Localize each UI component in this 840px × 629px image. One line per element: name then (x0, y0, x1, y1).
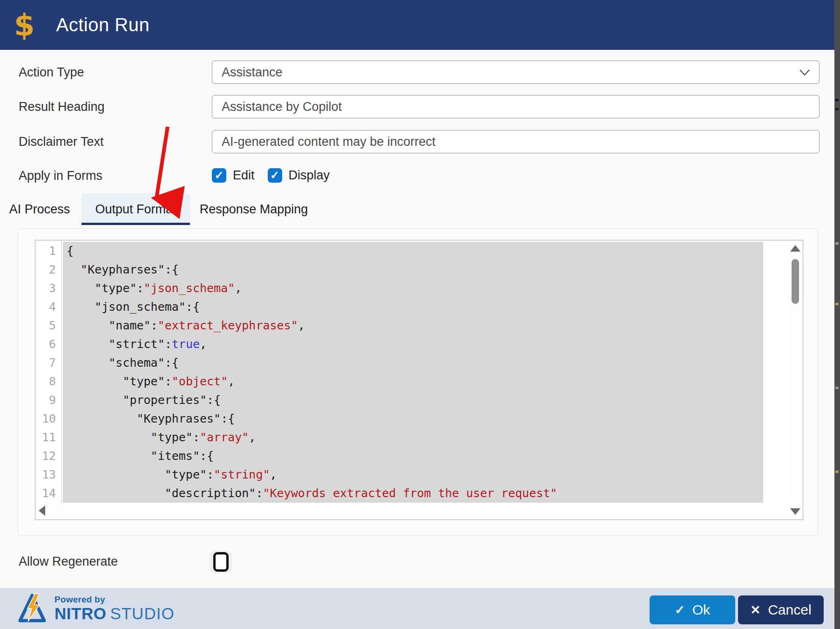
line-content: { (63, 242, 763, 260)
ok-button[interactable]: ✓ Ok (650, 595, 735, 624)
tab-ai-process[interactable]: AI Process (5, 193, 75, 225)
scroll-up-arrow[interactable] (790, 245, 800, 252)
brand-text: NITROSTUDIO (54, 605, 175, 622)
code-line: 8 "type":"object", (35, 372, 788, 391)
tab-output-format[interactable]: Output Format (81, 193, 190, 225)
brand-studio: STUDIO (110, 604, 174, 622)
line-content: "strict":true, (63, 335, 763, 354)
line-number: 2 (35, 260, 61, 279)
line-content: "Keypharses":{ (63, 260, 763, 279)
x-icon: ✕ (750, 604, 760, 616)
edit-checkbox-label: Edit (233, 168, 255, 183)
code-line: 11 "type":"array", (35, 428, 788, 447)
chevron-down-icon (799, 69, 810, 75)
line-number: 12 (35, 447, 61, 465)
line-content: "properties":{ (63, 391, 763, 410)
line-number: 8 (35, 372, 61, 391)
action-type-label: Action Type (19, 65, 84, 80)
dialog-header: $ Action Run (0, 0, 834, 50)
code-line: 6 "strict":true, (35, 335, 788, 354)
edit-checkbox[interactable]: ✓ (212, 168, 226, 183)
code-line: 4 "json_schema":{ (35, 298, 788, 316)
line-number: 10 (35, 410, 61, 428)
code-line: 12 "items":{ (35, 447, 788, 465)
code-line: 10 "Keyphrases":{ (35, 410, 788, 428)
code-editor-box: 1{2 "Keypharses":{3 "type":"json_schema"… (35, 240, 803, 520)
line-content: "type":"string", (63, 465, 763, 484)
nitro-studio-logo: Powered by NITROSTUDIO (16, 593, 175, 623)
line-number: 11 (35, 428, 61, 447)
scroll-left-arrow[interactable] (39, 506, 45, 516)
action-run-dialog: $ Action Run Action Type Assistance Resu… (0, 0, 840, 629)
code-line: 9 "properties":{ (35, 391, 788, 410)
apply-in-forms-label: Apply in Forms (19, 169, 102, 183)
dollar-icon: $ (14, 10, 35, 40)
nitro-logo-icon (16, 593, 50, 623)
background-window-sliver (834, 0, 840, 629)
result-heading-input[interactable] (212, 95, 820, 118)
display-checkbox-label: Display (289, 168, 330, 183)
dialog-title: Action Run (56, 14, 150, 35)
line-content: "type":"object", (63, 372, 763, 391)
line-content: "type":"json_schema", (63, 279, 763, 298)
line-content: "type":"array", (63, 428, 763, 447)
line-content: "json_schema":{ (63, 298, 763, 316)
check-icon: ✓ (214, 170, 224, 181)
result-heading-label: Result Heading (19, 100, 105, 114)
code-line: 2 "Keypharses":{ (35, 260, 788, 279)
cancel-button[interactable]: ✕ Cancel (738, 595, 824, 624)
ok-button-label: Ok (692, 602, 710, 618)
line-number: 4 (35, 298, 61, 316)
disclaimer-text-input[interactable] (212, 130, 820, 153)
vertical-scrollbar[interactable] (788, 241, 802, 519)
scroll-down-arrow[interactable] (790, 508, 800, 515)
disclaimer-text-label: Disclaimer Text (19, 135, 104, 149)
line-number: 9 (35, 391, 61, 410)
tab-response-mapping[interactable]: Response Mapping (196, 193, 312, 225)
line-number: 6 (35, 335, 61, 354)
allow-regenerate-checkbox[interactable] (210, 551, 232, 573)
line-content: "schema":{ (63, 354, 763, 372)
code-line: 13 "type":"string", (35, 465, 788, 484)
tab-bar: AI Process Output Format Response Mappin… (0, 193, 840, 225)
line-content: "Keyphrases":{ (63, 410, 763, 428)
code-editor[interactable]: 1{2 "Keypharses":{3 "type":"json_schema"… (35, 242, 788, 503)
line-number: 13 (35, 465, 61, 484)
vertical-scroll-thumb[interactable] (792, 259, 799, 304)
display-checkbox[interactable]: ✓ (268, 168, 282, 183)
line-number: 3 (35, 279, 61, 298)
brand-nitro: NITRO (54, 604, 106, 622)
line-number: 1 (35, 242, 61, 260)
check-icon: ✓ (270, 170, 279, 181)
line-content: "items":{ (63, 447, 763, 465)
powered-by-text: Powered by (54, 595, 175, 605)
cancel-button-label: Cancel (768, 602, 811, 618)
allow-regenerate-label: Allow Regenerate (19, 554, 118, 569)
action-type-select[interactable]: Assistance (212, 61, 820, 84)
horizontal-scrollbar[interactable] (36, 504, 788, 519)
code-line: 7 "schema":{ (35, 354, 788, 372)
code-line: 14 "description":"Keywords extracted fro… (35, 484, 788, 503)
code-line: 3 "type":"json_schema", (35, 279, 788, 298)
allow-regenerate-checkbox-inner (213, 552, 229, 572)
apply-in-forms-options: ✓ Edit ✓ Display (212, 166, 330, 185)
dialog-footer: Powered by NITROSTUDIO ✓ Ok ✕ Cancel (0, 588, 834, 629)
line-number: 5 (35, 316, 61, 335)
check-icon: ✓ (675, 604, 685, 616)
line-content: "description":"Keywords extracted from t… (63, 484, 763, 503)
line-number: 7 (35, 354, 61, 372)
action-type-value: Assistance (222, 65, 283, 80)
code-line: 5 "name":"extract_keyphrases", (35, 316, 788, 335)
code-line: 1{ (35, 242, 788, 260)
line-number: 14 (35, 484, 61, 503)
line-content: "name":"extract_keyphrases", (63, 316, 763, 335)
